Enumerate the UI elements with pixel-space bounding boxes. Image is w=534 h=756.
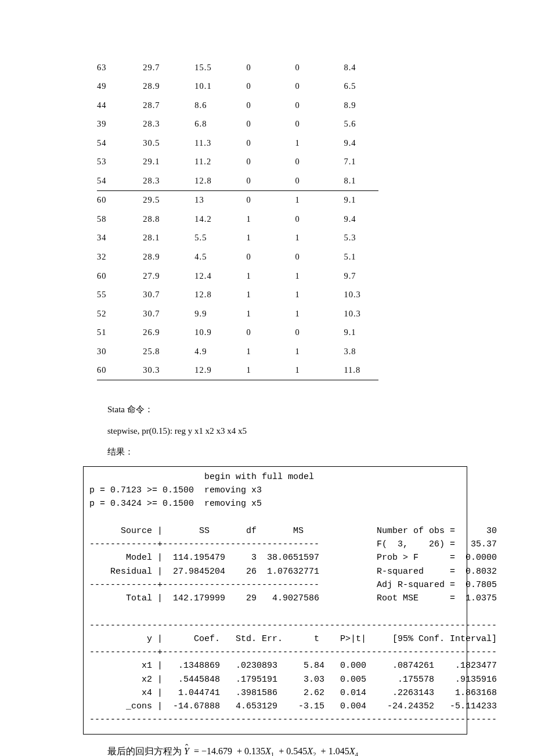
table-cell: 15.5 bbox=[194, 58, 246, 77]
table-cell: 8.4 bbox=[344, 58, 378, 77]
table-cell: 30.7 bbox=[143, 286, 194, 305]
table-cell: 1 bbox=[246, 304, 295, 323]
table-cell: 12.4 bbox=[194, 267, 246, 286]
table-cell: 6.8 bbox=[194, 115, 246, 134]
table-cell: 10.3 bbox=[344, 304, 378, 323]
table-cell: 54 bbox=[97, 171, 143, 190]
table-cell: 1 bbox=[295, 134, 344, 153]
table-cell: 26.9 bbox=[143, 323, 194, 343]
table-cell: 0 bbox=[246, 153, 295, 172]
table-cell: 28.3 bbox=[143, 115, 194, 134]
table-cell: 1 bbox=[295, 342, 344, 361]
table-cell: 0 bbox=[246, 134, 295, 153]
table-cell: 29.1 bbox=[143, 153, 194, 172]
table-cell: 51 bbox=[97, 323, 143, 343]
b4: 1.045 bbox=[329, 746, 349, 756]
table-cell: 9.9 bbox=[194, 304, 246, 323]
b2: 0.545 bbox=[286, 746, 307, 756]
table-cell: 12.9 bbox=[194, 361, 246, 380]
table-cell: 5.3 bbox=[344, 229, 378, 248]
table-cell: 29.5 bbox=[143, 190, 194, 210]
table-cell: 14.2 bbox=[194, 210, 246, 229]
table-row: 5828.814.2109.4 bbox=[97, 210, 378, 229]
y-hat: Y bbox=[184, 746, 189, 756]
table-cell: 28.9 bbox=[143, 247, 194, 267]
table-cell: 30.3 bbox=[143, 361, 194, 380]
table-cell: 0 bbox=[246, 96, 295, 115]
table-row: 4428.78.6008.9 bbox=[97, 96, 378, 115]
table-row: 6329.715.5008.4 bbox=[97, 58, 378, 77]
table-cell: 49 bbox=[97, 77, 143, 96]
table-row: 3428.15.5115.3 bbox=[97, 229, 378, 248]
table-cell: 1 bbox=[246, 210, 295, 229]
table-cell: 28.7 bbox=[143, 96, 194, 115]
table-cell: 9.1 bbox=[344, 323, 378, 343]
intercept: −14.679 bbox=[201, 746, 232, 756]
table-cell: 9.4 bbox=[344, 134, 378, 153]
table-row: 5530.712.81110.3 bbox=[97, 286, 378, 305]
table-row: 6030.312.91111.8 bbox=[97, 361, 378, 380]
table-cell: 1 bbox=[246, 342, 295, 361]
table-cell: 11.3 bbox=[194, 134, 246, 153]
table-cell: 28.3 bbox=[143, 171, 194, 190]
table-row: 5329.111.2007.1 bbox=[97, 153, 378, 172]
table-cell: 60 bbox=[97, 267, 143, 286]
table-cell: 0 bbox=[246, 77, 295, 96]
table-cell: 39 bbox=[97, 115, 143, 134]
table-cell: 1 bbox=[246, 286, 295, 305]
table-cell: 0 bbox=[246, 323, 295, 343]
final-equation: 最后的回归方程为 Y = −14.679 + 0.135X1 + 0.545X2… bbox=[90, 743, 459, 756]
stata-cmd-label: Stata 命令： bbox=[90, 401, 459, 418]
table-row: 6029.513019.1 bbox=[97, 190, 378, 210]
table-cell: 34 bbox=[97, 229, 143, 248]
table-cell: 25.8 bbox=[143, 342, 194, 361]
table-row: 5230.79.91110.3 bbox=[97, 304, 378, 323]
table-cell: 0 bbox=[295, 96, 344, 115]
table-cell: 1 bbox=[295, 229, 344, 248]
table-cell: 5.5 bbox=[194, 229, 246, 248]
table-cell: 0 bbox=[295, 171, 344, 190]
table-cell: 60 bbox=[97, 190, 143, 210]
table-cell: 12.8 bbox=[194, 286, 246, 305]
table-row: 3025.84.9113.8 bbox=[97, 342, 378, 361]
table-cell: 54 bbox=[97, 134, 143, 153]
table-cell: 11.2 bbox=[194, 153, 246, 172]
table-cell: 1 bbox=[295, 361, 344, 380]
table-cell: 13 bbox=[194, 190, 246, 210]
table-row: 6027.912.4119.7 bbox=[97, 267, 378, 286]
table-cell: 0 bbox=[246, 58, 295, 77]
table-cell: 44 bbox=[97, 96, 143, 115]
table-cell: 30.7 bbox=[143, 304, 194, 323]
table-cell: 0 bbox=[295, 153, 344, 172]
result-label: 结果： bbox=[90, 444, 459, 460]
table-cell: 6.5 bbox=[344, 77, 378, 96]
table-cell: 4.5 bbox=[194, 247, 246, 267]
table-cell: 0 bbox=[246, 247, 295, 267]
table-cell: 55 bbox=[97, 286, 143, 305]
table-cell: 60 bbox=[97, 361, 143, 380]
table-cell: 11.8 bbox=[344, 361, 378, 380]
table-row: 3228.94.5005.1 bbox=[97, 247, 378, 267]
table-cell: 29.7 bbox=[143, 58, 194, 77]
table-cell: 10.3 bbox=[344, 286, 378, 305]
table-cell: 53 bbox=[97, 153, 143, 172]
table-cell: 0 bbox=[295, 210, 344, 229]
table-cell: 30.5 bbox=[143, 134, 194, 153]
table-cell: 0 bbox=[246, 171, 295, 190]
table-cell: 58 bbox=[97, 210, 143, 229]
table-cell: 5.1 bbox=[344, 247, 378, 267]
table-cell: 1 bbox=[246, 361, 295, 380]
table-cell: 27.9 bbox=[143, 267, 194, 286]
b1: 0.135 bbox=[244, 746, 265, 756]
table-cell: 1 bbox=[295, 190, 344, 210]
table-cell: 4.9 bbox=[194, 342, 246, 361]
table-cell: 8.1 bbox=[344, 171, 378, 190]
table-cell: 28.8 bbox=[143, 210, 194, 229]
table-row: 5126.910.9009.1 bbox=[97, 323, 378, 343]
table-cell: 5.6 bbox=[344, 115, 378, 134]
table-cell: 32 bbox=[97, 247, 143, 267]
equation-prefix: 最后的回归方程为 bbox=[107, 746, 182, 756]
table-cell: 30 bbox=[97, 342, 143, 361]
table-cell: 0 bbox=[295, 58, 344, 77]
table-cell: 1 bbox=[295, 304, 344, 323]
